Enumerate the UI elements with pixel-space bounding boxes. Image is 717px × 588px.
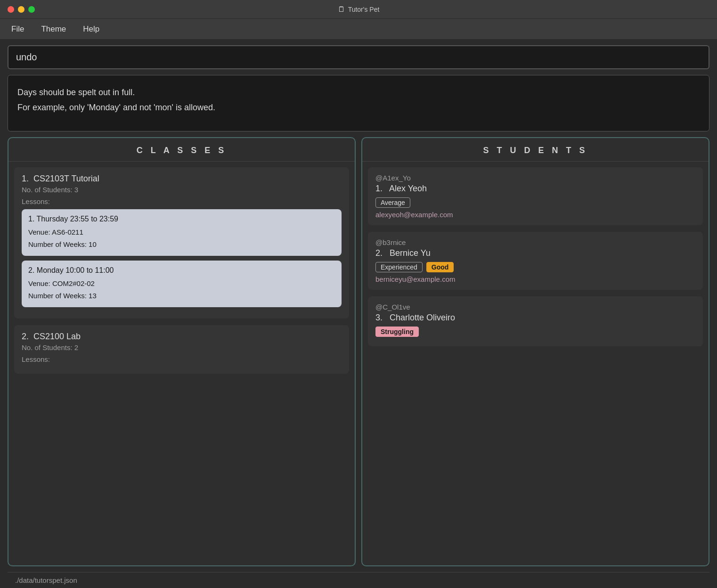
class-2-title: 2. CS2100 Lab [22,332,342,342]
window-title: 🗒 Tutor's Pet [338,5,380,14]
student-card-2: @b3rnice 2. Bernice Yu Experienced Good … [368,232,703,290]
lesson-card-2: 2. Monday 10:00 to 11:00 Venue: COM2#02-… [22,261,342,307]
classes-panel: C L A S S E S 1. CS2103T Tutorial No. of… [8,137,356,566]
student-1-email: alexyeoh@example.com [375,211,695,219]
menu-theme[interactable]: Theme [37,23,70,36]
students-panel-header: S T U D E N T S [362,138,709,162]
lesson-2-venue: Venue: COM2#02-02 [28,278,335,290]
menu-file[interactable]: File [8,23,28,36]
class-2-students: No. of Students: 2 [22,343,342,351]
panels-row: C L A S S E S 1. CS2103T Tutorial No. of… [8,137,709,566]
lesson-1-venue: Venue: AS6-0211 [28,226,335,238]
status-text: ./data/tutorspet.json [15,576,77,584]
lesson-2-weeks: Number of Weeks: 13 [28,290,335,302]
info-line-1: Days should be spelt out in full. [17,85,700,100]
tag-good: Good [426,262,454,272]
lesson-1-title: 1. Thursday 23:55 to 23:59 [28,215,335,223]
class-1-lessons-label: Lessons: [22,197,342,205]
student-1-tags: Average [375,197,695,208]
class-card-1: 1. CS2103T Tutorial No. of Students: 3 L… [14,167,349,318]
student-3-handle: @C_Ol1ve [375,303,695,311]
tag-experienced: Experienced [375,262,423,272]
classes-panel-header: C L A S S E S [8,138,355,162]
app-icon: 🗒 [338,5,345,14]
student-2-name: 2. Bernice Yu [375,248,695,258]
status-bar: ./data/tutorspet.json [8,572,709,588]
students-panel: S T U D E N T S @A1ex_Yo 1. Alex Yeoh Av… [361,137,709,566]
lesson-1-weeks: Number of Weeks: 10 [28,238,335,251]
info-line-2: For example, only 'Monday' and not 'mon'… [17,100,700,115]
student-card-3: @C_Ol1ve 3. Charlotte Oliveiro Strugglin… [368,296,703,346]
class-1-title: 1. CS2103T Tutorial [22,174,342,184]
app-title: Tutor's Pet [348,6,380,13]
student-1-name: 1. Alex Yeoh [375,184,695,194]
info-box: Days should be spelt out in full. For ex… [8,75,709,131]
students-panel-scroll[interactable]: @A1ex_Yo 1. Alex Yeoh Average alexyeoh@e… [362,162,709,565]
menu-help[interactable]: Help [79,23,103,36]
student-2-email: berniceyu@example.com [375,275,695,283]
maximize-button[interactable] [28,6,35,13]
close-button[interactable] [8,6,14,13]
classes-panel-scroll[interactable]: 1. CS2103T Tutorial No. of Students: 3 L… [8,162,355,565]
student-2-handle: @b3rnice [375,238,695,246]
tag-struggling: Struggling [375,327,419,337]
class-2-lessons-label: Lessons: [22,355,342,363]
title-bar: 🗒 Tutor's Pet [0,0,717,19]
minimize-button[interactable] [18,6,24,13]
tag-average: Average [375,197,410,208]
class-1-students: No. of Students: 3 [22,186,342,194]
student-card-1: @A1ex_Yo 1. Alex Yeoh Average alexyeoh@e… [368,167,703,225]
student-3-name: 3. Charlotte Oliveiro [375,313,695,323]
lesson-2-title: 2. Monday 10:00 to 11:00 [28,266,335,275]
command-input[interactable] [8,45,709,69]
student-1-handle: @A1ex_Yo [375,174,695,182]
student-3-tags: Struggling [375,327,695,337]
traffic-lights [8,6,35,13]
class-card-2: 2. CS2100 Lab No. of Students: 2 Lessons… [14,325,349,374]
main-content: Days should be spelt out in full. For ex… [0,40,717,588]
student-2-tags: Experienced Good [375,262,695,272]
menu-bar: File Theme Help [0,19,717,40]
lesson-card-1: 1. Thursday 23:55 to 23:59 Venue: AS6-02… [22,209,342,256]
